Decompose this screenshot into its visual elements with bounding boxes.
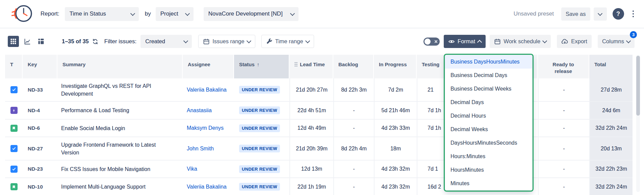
assignee-link[interactable]: Maksym Denys (187, 125, 224, 131)
lead-time-value: 12d 4h 49m (289, 120, 333, 137)
format-menu-item[interactable]: Business DaysHoursMinutes (445, 55, 532, 69)
col-header-ready-to-release[interactable]: Ready to release (538, 55, 589, 78)
table-row[interactable]: ND-6 Enable Social Media Login Maksym De… (5, 120, 633, 137)
format-menu-item[interactable]: Decimal Hours (445, 109, 532, 123)
task-type-icon (10, 166, 18, 173)
report-label: Report: (41, 10, 59, 17)
col-header-summary[interactable]: Summary (57, 55, 183, 78)
report-type-value: Time in Status (70, 10, 106, 17)
col-header-total[interactable]: Total (589, 55, 633, 78)
save-as-dropdown-button[interactable] (594, 7, 607, 21)
col-header-assignee[interactable]: Assignee (183, 55, 234, 78)
backlog-value: - (333, 178, 374, 195)
help-button[interactable]: ? (613, 8, 624, 20)
col-header-key[interactable]: Key (23, 55, 57, 78)
status-badge: UNDER REVIEW (239, 145, 280, 152)
ready-to-release-header-label: Ready to release (551, 61, 576, 75)
format-menu-item[interactable]: Decimal Days (445, 96, 532, 109)
table-row[interactable]: ND-33 Investigate GraphQL vs REST for AP… (5, 78, 633, 102)
chevron-up-icon (477, 40, 482, 44)
filter-field-select[interactable]: Created (140, 35, 192, 48)
story-type-icon (10, 125, 18, 132)
ready-to-release-value: - (538, 78, 589, 101)
pivot-icon (38, 38, 44, 45)
table-row[interactable]: ND-27 Upgrade Frontend Framework to Late… (5, 137, 633, 161)
issue-key[interactable]: ND-33 (23, 78, 57, 101)
in-progress-value: 4d 23h 32m (374, 161, 417, 177)
group-by-select[interactable]: Project (156, 7, 194, 21)
work-schedule-button[interactable]: Work schedule (490, 35, 551, 48)
issue-summary: Investigate GraphQL vs REST for API Deve… (61, 82, 166, 98)
format-menu-item[interactable]: DaysHoursMinutesSeconds (445, 136, 532, 150)
calendar-icon (494, 38, 501, 45)
refresh-icon (92, 38, 99, 45)
assignee-link[interactable]: Valeriia Bakalina (187, 87, 227, 93)
assignee-link[interactable]: Anastasiia (187, 107, 212, 114)
col-header-backlog[interactable]: Backlog (333, 55, 374, 78)
calendar-icon (203, 38, 210, 45)
format-button[interactable]: Format (444, 35, 486, 48)
in-progress-value: 18m (374, 137, 417, 160)
vertical-scrollbar-thumb[interactable] (636, 56, 640, 116)
chevron-down-icon (183, 39, 188, 43)
pagination-label: 1–35 of 35 (62, 38, 89, 45)
lead-time-header-label: Lead Time (300, 61, 325, 68)
issue-key[interactable]: ND-6 (23, 120, 57, 137)
refresh-button[interactable] (92, 38, 99, 45)
status-badge: UNDER REVIEW (239, 86, 280, 94)
format-menu-item[interactable]: Minutes (445, 177, 532, 190)
lead-time-value: 21d 20h 39m (289, 137, 333, 160)
more-menu-button[interactable] (630, 8, 636, 20)
export-button[interactable]: Export (557, 35, 592, 48)
issue-key[interactable]: ND-10 (23, 178, 57, 195)
time-range-label: Time range (275, 38, 303, 45)
issue-key[interactable]: ND-27 (23, 137, 57, 160)
total-value: 32d 22h 24m (589, 178, 633, 195)
drag-handle-icon (294, 62, 298, 67)
view-switcher (8, 36, 47, 47)
chevron-down-icon (598, 11, 602, 16)
in-progress-value: 7d 2m (374, 78, 417, 101)
col-header-status[interactable]: Status ↑ (234, 55, 289, 78)
project-select[interactable]: NovaCore Development [ND] (204, 7, 299, 21)
table-view-button[interactable] (8, 36, 19, 47)
issue-key[interactable]: ND-23 (23, 161, 57, 177)
issue-key[interactable]: ND-4 (23, 102, 57, 119)
table-row[interactable]: ND-23 Fix CSS Issues for Mobile Navigati… (5, 161, 633, 178)
in-progress-value: 4d 23h 33m (374, 120, 417, 137)
format-menu-item[interactable]: Decimal Weeks (445, 123, 532, 136)
format-button-label: Format (458, 38, 475, 45)
save-as-button[interactable]: Save as (561, 7, 590, 21)
total-value: 32d 22h 24m (589, 120, 633, 137)
col-header-in-progress[interactable]: In Progress (374, 55, 417, 78)
time-range-button[interactable]: Time range (261, 35, 314, 48)
format-menu-item[interactable]: Business Decimal Weeks (445, 82, 532, 96)
status-badge: UNDER REVIEW (239, 106, 280, 114)
col-header-type[interactable]: T (5, 55, 23, 78)
issues-range-button[interactable]: Issues range (198, 35, 255, 48)
format-menu-item[interactable]: HoursMinutes (445, 163, 532, 177)
issue-summary: Fix CSS Issues for Mobile Navigation (61, 165, 150, 173)
group-by-value: Project (160, 10, 178, 17)
toggle-switch-off[interactable] (423, 38, 440, 46)
help-glyph: ? (616, 10, 620, 18)
pivot-view-button[interactable] (35, 36, 47, 47)
export-label: Export (571, 38, 587, 45)
report-type-select[interactable]: Time in Status (65, 7, 139, 21)
table-row[interactable]: ND-10 Implement Multi-Language Support V… (5, 178, 633, 195)
columns-button[interactable]: Columns 3 (598, 35, 635, 48)
table-row[interactable]: ND-4 Performance & Load Testing Anastasi… (5, 102, 633, 120)
chevron-down-icon (542, 39, 547, 43)
format-menu-item[interactable]: Business Decimal Days (445, 69, 532, 82)
in-progress-value: 4d 23h 32m (374, 178, 417, 195)
assignee-link[interactable]: Vika (187, 166, 197, 172)
assignee-link[interactable]: Valeriia Bakalina (187, 184, 227, 190)
assignee-link[interactable]: John Smith (187, 146, 214, 152)
chart-view-button[interactable] (22, 36, 33, 47)
status-badge: UNDER REVIEW (239, 183, 280, 191)
format-menu-item[interactable]: Hours:Minutes (445, 150, 532, 163)
lead-time-value: 22d 4h 51m (289, 102, 333, 119)
col-header-lead-time[interactable]: Lead Time (289, 55, 333, 78)
backlog-value: 8d 22h 3m (333, 78, 374, 101)
ready-to-release-value: - (538, 137, 589, 160)
